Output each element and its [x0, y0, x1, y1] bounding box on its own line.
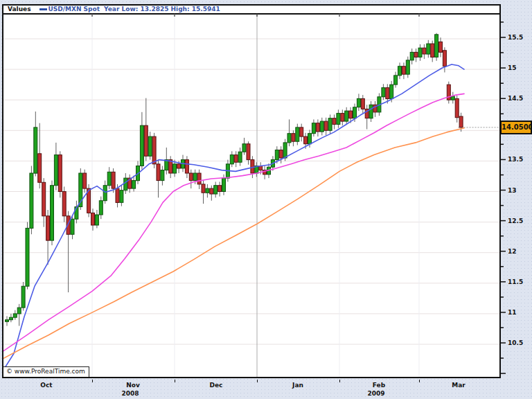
month-tick [257, 380, 258, 382]
candlestick-canvas[interactable] [3, 14, 499, 377]
year-label-2008: 2008 [121, 390, 139, 397]
chart-window: Values USD/MXN Spot Year Low: 13.2825 Hi… [0, 0, 532, 399]
svg-text:13: 13 [508, 187, 517, 194]
last-price-tag: 14.0500 [500, 121, 532, 134]
svg-text:11: 11 [508, 309, 517, 316]
month-label-jan: Jan [292, 382, 303, 389]
series-color-swatch-icon [39, 8, 47, 10]
svg-text:15: 15 [508, 64, 517, 71]
svg-text:10.5: 10.5 [508, 339, 523, 346]
year-label-2009: 2009 [367, 390, 384, 397]
svg-text:12: 12 [508, 248, 517, 255]
price-axis[interactable]: 10.51111.51212.51313.51414.51515.5 [501, 0, 532, 399]
month-label-oct: Oct [40, 382, 52, 389]
legend-item-usdmxn[interactable]: USD/MXN Spot [35, 6, 100, 12]
plot-area[interactable]: © www.ProRealTime.com [3, 14, 499, 377]
svg-text:11.5: 11.5 [508, 278, 523, 285]
series-name-label: USD/MXN Spot [48, 6, 100, 12]
month-tick [175, 380, 175, 382]
chart-panel: Values USD/MXN Spot Year Low: 13.2825 Hi… [2, 4, 501, 378]
month-tick [92, 380, 93, 382]
month-tick [419, 380, 420, 382]
svg-text:12.5: 12.5 [508, 218, 523, 224]
month-label-nov: Nov [126, 382, 140, 389]
svg-text:14.5: 14.5 [508, 95, 523, 102]
year-range-label: Year Low: 13.2825 High: 15.5941 [104, 6, 220, 12]
svg-text:13.5: 13.5 [508, 156, 523, 163]
month-label-feb: Feb [373, 382, 385, 389]
time-axis[interactable]: Oct Nov Dec Jan Feb Mar 2008 2009 [0, 380, 532, 399]
svg-text:15.5: 15.5 [508, 34, 523, 41]
month-label-mar: Mar [452, 382, 465, 389]
prorealtime-watermark: © www.ProRealTime.com [3, 366, 89, 377]
month-tick [339, 380, 340, 382]
month-label-dec: Dec [210, 382, 223, 389]
values-panel-label: Values [8, 6, 31, 12]
